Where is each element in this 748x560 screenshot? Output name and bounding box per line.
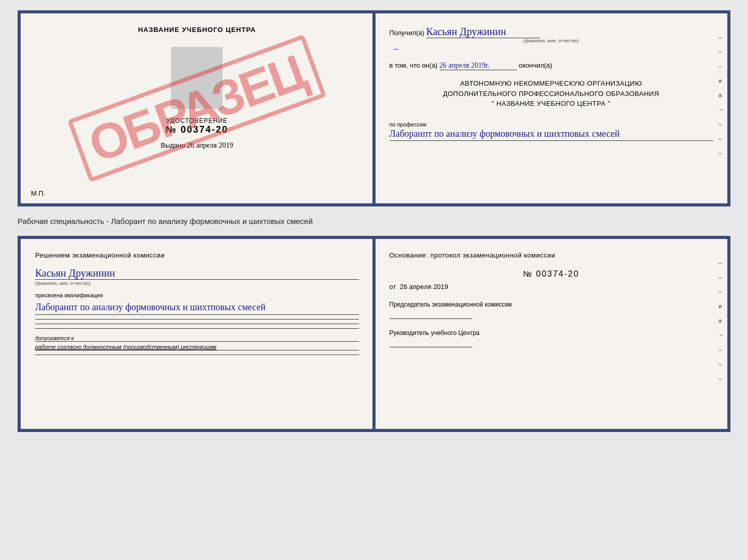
received-label: Получил(а) <box>389 29 425 37</box>
cert-label: УДОСТОВЕРЕНИЕ <box>166 117 228 124</box>
line-divider-3 <box>35 328 359 329</box>
rukovoditel-title: Руководитель учебного Центра <box>389 329 713 337</box>
qual-fio-label: (фамилия, имя, отчество) <box>35 281 359 286</box>
prof-label: по профессии <box>389 121 713 127</box>
org-block: АВТОНОМНУЮ НЕКОММЕРЧЕСКУЮ ОРГАНИЗАЦИЮ ДО… <box>389 78 713 109</box>
org-line3: " НАЗВАНИЕ УЧЕБНОГО ЦЕНТРА " <box>389 99 713 109</box>
qualification-text: Лаборанпт по анализу формовочных и шихтп… <box>35 300 359 315</box>
cert-number: № 00374-20 <box>166 124 228 135</box>
chairman-title: Председатель экзаменационной комиссии <box>389 301 713 308</box>
received-name: Касьян Дружинин <box>426 26 540 38</box>
protocol-date: от 26 апреля 2019 <box>389 283 713 291</box>
received-row: Получил(а) Касьян Дружинин (фамилия, имя… <box>389 26 713 54</box>
osnov-title: Основание: протокол экзаменационной коми… <box>389 251 713 259</box>
protocol-date-value: 26 апреля 2019 <box>400 283 448 291</box>
decision-title: Решением экзаменационной комиссии <box>35 251 359 259</box>
date-prefix: от <box>389 283 396 291</box>
допускается-line <box>35 355 359 355</box>
okoncil-label: окончил(а) <box>519 61 552 69</box>
qual-name: Касьян Дружинин <box>35 267 359 280</box>
subtitle: Рабочая специальность - Лаборант по анал… <box>18 215 730 228</box>
chairman-block: Председатель экзаменационной комиссии <box>389 301 713 319</box>
protocol-number: № 00374-20 <box>389 269 713 279</box>
cert-title: НАЗВАНИЕ УЧЕБНОГО ЦЕНТРА <box>138 26 256 34</box>
date-row: в том, что он(а) 26 апреля 2019г. окончи… <box>389 61 713 70</box>
org-line1: АВТОНОМНУЮ НЕКОММЕРЧЕСКУЮ ОРГАНИЗАЦИЮ <box>389 78 713 89</box>
qual-right-side-marks: – – – и а ← – – – <box>719 260 724 381</box>
qual-left-page: Решением экзаменационной комиссии Касьян… <box>21 239 375 429</box>
допускается-label: допускается к <box>35 335 359 342</box>
document-wrapper: НАЗВАНИЕ УЧЕБНОГО ЦЕНТРА УДОСТОВЕРЕНИЕ №… <box>18 10 730 432</box>
cert-number-box: УДОСТОВЕРЕНИЕ № 00374-20 <box>166 117 228 135</box>
qualification-label: присвоена квалификация <box>35 292 359 298</box>
org-line2: ДОПОЛНИТЕЛЬНОГО ПРОФЕССИОНАЛЬНОГО ОБРАЗО… <box>389 89 713 99</box>
date-prefix-label: в том, что он(а) <box>389 61 438 69</box>
issued-label: Выдано <box>161 141 185 149</box>
right-side-marks: – – – и а ← – – – <box>719 34 724 156</box>
cert-left-page: НАЗВАНИЕ УЧЕБНОГО ЦЕНТРА УДОСТОВЕРЕНИЕ №… <box>21 13 375 203</box>
допускается-text: работе согласно должностным (производств… <box>35 344 359 350</box>
mp-label: М.П. <box>31 189 45 197</box>
rukovoditel-sign-line <box>389 347 472 347</box>
line-divider-1 <box>35 319 359 319</box>
profession-text: Лаборанпт по анализу формовочных и шихтп… <box>389 127 713 141</box>
issued-date: 26 апреля 2019 <box>187 141 233 149</box>
chairman-sign-line <box>389 318 472 319</box>
rukovoditel-block: Руководитель учебного Центра <box>389 329 713 347</box>
cert-issued-row: Выдано 26 апреля 2019 <box>161 141 233 150</box>
qual-right-page: Основание: протокол экзаменационной коми… <box>375 239 728 429</box>
cert-date: 26 апреля 2019г. <box>440 61 517 70</box>
cert-right-page: Получил(а) Касьян Дружинин (фамилия, имя… <box>375 13 728 203</box>
допускается-block: допускается к работе согласно должностны… <box>35 335 359 355</box>
dash-after-name: – <box>389 43 398 54</box>
qualification-book-bottom: Решением экзаменационной комиссии Касьян… <box>18 236 730 432</box>
certificate-book-top: НАЗВАНИЕ УЧЕБНОГО ЦЕНТРА УДОСТОВЕРЕНИЕ №… <box>18 10 730 206</box>
photo-placeholder <box>171 47 223 109</box>
fio-label: (фамилия, имя, отчество) <box>389 38 713 43</box>
line-divider-2 <box>35 324 359 324</box>
profession-block: по профессии Лаборанпт по анализу формов… <box>389 121 713 141</box>
